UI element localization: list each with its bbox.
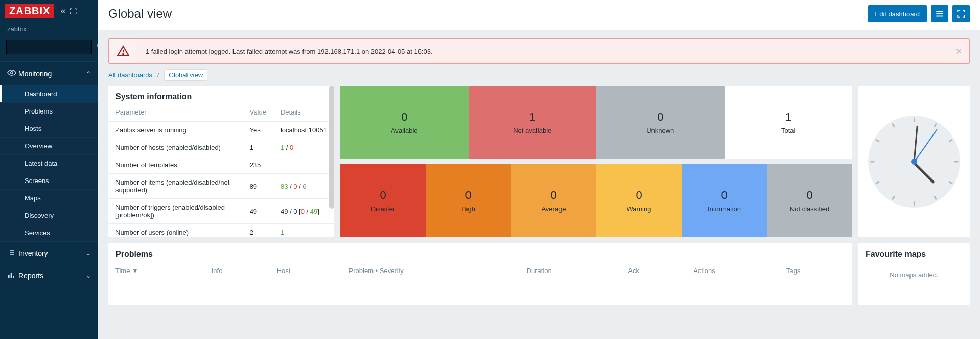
sysinfo-details: 49 / 0 [0 / 49] xyxy=(273,199,334,224)
sysinfo-table: Parameter Value Details Zabbix server is… xyxy=(108,105,334,237)
clock-tick xyxy=(948,139,952,143)
nav-section-monitoring: Monitoring ⌃ DashboardProblemsHostsOverv… xyxy=(0,61,98,241)
sysinfo-details: localhost:10051 xyxy=(273,122,334,139)
status-tiles: 0Available1Not available0Unknown1Total 0… xyxy=(340,86,852,237)
problems-th-host[interactable]: Host xyxy=(270,263,342,279)
sidebar-item-overview[interactable]: Overview xyxy=(0,137,98,154)
fullscreen-icon[interactable]: ⛶ xyxy=(69,7,77,15)
tile-label: Warning xyxy=(627,205,651,213)
problems-th-time-[interactable]: Time ▼ xyxy=(108,263,204,279)
menu-button[interactable] xyxy=(931,5,948,22)
problems-th-ack[interactable]: Ack xyxy=(621,263,686,279)
nav-hdr-reports[interactable]: Reports ⌄ xyxy=(0,264,98,286)
sidebar-item-screens[interactable]: Screens xyxy=(0,172,98,189)
tile-unknown[interactable]: 0Unknown xyxy=(596,86,725,159)
tile-average[interactable]: 0Average xyxy=(511,164,596,237)
tile-label: High xyxy=(461,205,475,213)
chevron-down-icon: ⌄ xyxy=(86,272,91,279)
sysinfo-th-value: Value xyxy=(243,105,273,122)
tile-disaster[interactable]: 0Disaster xyxy=(340,164,426,237)
alert-message: 1 failed login attempt logged. Last fail… xyxy=(137,48,948,55)
problems-th-problem-severity[interactable]: Problem • Severity xyxy=(342,263,520,279)
sidebar-item-hosts[interactable]: Hosts xyxy=(0,120,98,137)
sidebar: ZABBIX « ⛶ zabbix Monitoring ⌃ xyxy=(0,0,98,339)
collapse-sidebar-icon[interactable]: « xyxy=(60,6,65,16)
sysinfo-th-details: Details xyxy=(273,105,334,122)
nav-hdr-inventory[interactable]: Inventory ⌄ xyxy=(0,242,98,264)
tile-available[interactable]: 0Available xyxy=(340,86,469,159)
search-box[interactable] xyxy=(6,40,92,54)
sysinfo-row: Number of hosts (enabled/disabled)11 / 0 xyxy=(108,139,334,156)
sysinfo-param: Number of triggers (enabled/disabled [pr… xyxy=(108,199,243,224)
server-name: zabbix xyxy=(0,22,98,36)
sysinfo-details: 83 / 0 / 6 xyxy=(273,174,334,199)
nav-section-inventory: Inventory ⌄ xyxy=(0,241,98,264)
clock-tick xyxy=(892,196,895,200)
tile-number: 0 xyxy=(465,189,471,202)
nav-label-monitoring: Monitoring xyxy=(18,70,86,78)
tile-high[interactable]: 0High xyxy=(426,164,511,237)
main: Global view Edit dashboard 1 failed logi… xyxy=(98,0,980,339)
nav-hdr-monitoring[interactable]: Monitoring ⌃ xyxy=(0,62,98,85)
bar-chart-icon xyxy=(7,270,18,280)
search-input[interactable] xyxy=(11,43,97,51)
host-availability-widget: 0Available1Not available0Unknown1Total xyxy=(340,86,852,159)
tile-label: Available xyxy=(391,127,418,134)
breadcrumb: All dashboards / Global view xyxy=(108,71,970,79)
clock-tick xyxy=(934,123,937,127)
sysinfo-row: Zabbix server is runningYeslocalhost:100… xyxy=(108,122,334,139)
sysinfo-value: Yes xyxy=(243,122,273,139)
alert-icon xyxy=(109,39,137,63)
sidebar-item-discovery[interactable]: Discovery xyxy=(0,207,98,224)
clock-tick xyxy=(948,181,952,185)
search-wrap xyxy=(0,36,98,58)
chevron-down-icon: ⌄ xyxy=(86,250,91,257)
tile-not-classified[interactable]: 0Not classified xyxy=(767,164,852,237)
edit-dashboard-button[interactable]: Edit dashboard xyxy=(868,5,927,22)
alert-close-icon[interactable]: ✕ xyxy=(948,47,969,56)
sidebar-item-dashboard[interactable]: Dashboard xyxy=(0,85,98,102)
sysinfo-details xyxy=(273,156,334,174)
favmaps-empty: No maps added. xyxy=(858,263,970,287)
problems-th-tags[interactable]: Tags xyxy=(779,263,852,279)
sysinfo-th-parameter: Parameter xyxy=(108,105,243,122)
tile-number: 1 xyxy=(529,110,535,124)
clock-widget xyxy=(858,86,970,237)
page-header: Global view Edit dashboard xyxy=(98,0,980,30)
chevron-up-icon: ⌃ xyxy=(86,70,91,77)
clock-tick xyxy=(914,201,915,206)
fullscreen-button[interactable] xyxy=(952,5,970,22)
sysinfo-title: System information xyxy=(108,86,334,105)
tile-number: 0 xyxy=(657,110,663,124)
tile-label: Information xyxy=(708,205,741,213)
problems-th-duration[interactable]: Duration xyxy=(520,263,621,279)
scrollbar[interactable] xyxy=(329,86,334,209)
problems-th-info[interactable]: Info xyxy=(204,263,270,279)
clock-tick xyxy=(876,139,880,143)
breadcrumb-root[interactable]: All dashboards xyxy=(108,71,152,79)
tile-label: Not classified xyxy=(790,205,829,213)
tile-not-available[interactable]: 1Not available xyxy=(469,86,597,159)
sidebar-item-maps[interactable]: Maps xyxy=(0,189,98,207)
sidebar-item-problems[interactable]: Problems xyxy=(0,102,98,120)
sidebar-item-services[interactable]: Services xyxy=(0,224,98,241)
tile-total[interactable]: 1Total xyxy=(725,86,853,159)
sysinfo-row: Number of users (online)21 xyxy=(108,224,334,238)
content: 1 failed login attempt logged. Last fail… xyxy=(98,30,980,339)
logo[interactable]: ZABBIX xyxy=(5,4,54,18)
nav-label-reports: Reports xyxy=(18,272,86,280)
clock-face xyxy=(868,116,960,208)
tile-number: 0 xyxy=(806,189,812,202)
problems-th-actions[interactable]: Actions xyxy=(686,263,779,279)
sidebar-item-latest-data[interactable]: Latest data xyxy=(0,154,98,172)
list-icon xyxy=(7,248,18,258)
problems-by-severity-widget: 0Disaster0High0Average0Warning0Informati… xyxy=(340,164,852,237)
tile-information[interactable]: 0Information xyxy=(682,164,767,237)
tile-label: Disaster xyxy=(371,205,395,213)
sysinfo-row: Number of items (enabled/disabled/not su… xyxy=(108,174,334,199)
sidebar-header: ZABBIX « ⛶ xyxy=(0,0,98,22)
tile-warning[interactable]: 0Warning xyxy=(596,164,682,237)
alert-banner: 1 failed login attempt logged. Last fail… xyxy=(108,38,970,64)
tile-label: Total xyxy=(781,127,795,134)
sysinfo-param: Number of templates xyxy=(108,156,243,174)
